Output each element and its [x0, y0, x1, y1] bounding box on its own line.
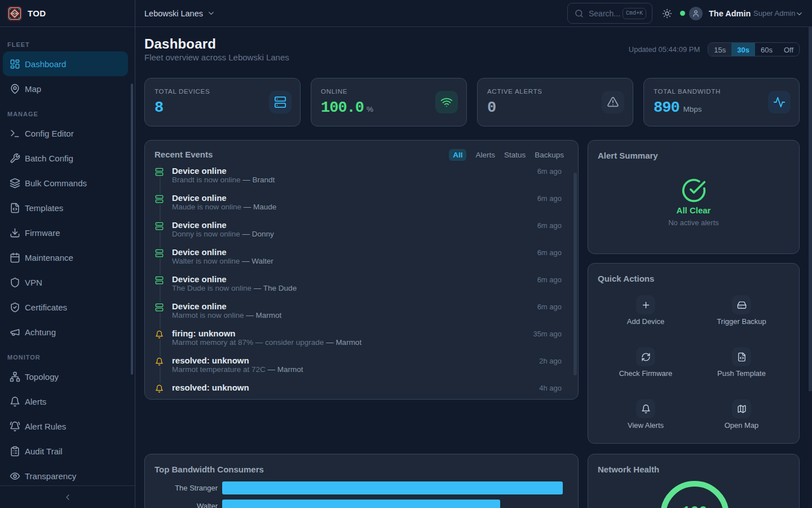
svg-text:100: 100	[682, 504, 707, 508]
